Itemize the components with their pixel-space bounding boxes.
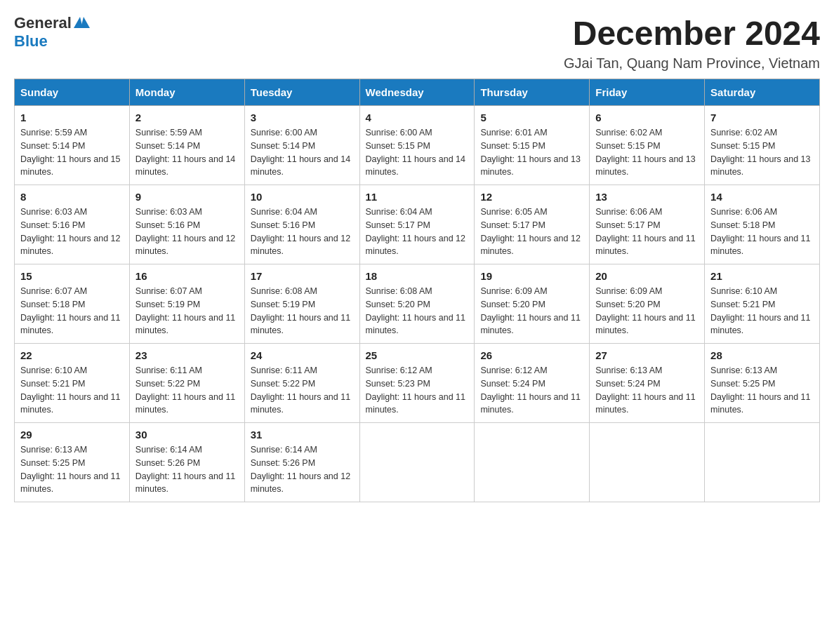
day-number: 3 (251, 112, 354, 123)
calendar-cell: 7Sunrise: 6:02 AMSunset: 5:15 PMDaylight… (705, 106, 820, 185)
calendar-cell: 22Sunrise: 6:10 AMSunset: 5:21 PMDayligh… (15, 344, 130, 423)
day-number: 5 (480, 112, 583, 123)
day-number: 11 (366, 191, 469, 203)
calendar-cell: 15Sunrise: 6:07 AMSunset: 5:18 PMDayligh… (15, 264, 130, 344)
calendar-cell: 3Sunrise: 6:00 AMSunset: 5:14 PMDaylight… (244, 106, 359, 185)
calendar-cell: 29Sunrise: 6:13 AMSunset: 5:25 PMDayligh… (15, 423, 130, 502)
day-info: Sunrise: 6:00 AMSunset: 5:15 PMDaylight:… (366, 126, 469, 179)
calendar-cell: 9Sunrise: 6:03 AMSunset: 5:16 PMDaylight… (129, 185, 244, 264)
calendar-cell: 31Sunrise: 6:14 AMSunset: 5:26 PMDayligh… (244, 423, 359, 502)
day-info: Sunrise: 6:06 AMSunset: 5:18 PMDaylight:… (710, 206, 814, 258)
day-info: Sunrise: 5:59 AMSunset: 5:14 PMDaylight:… (20, 126, 124, 179)
day-header-sunday: Sunday (15, 79, 130, 106)
calendar-cell: 8Sunrise: 6:03 AMSunset: 5:16 PMDaylight… (15, 185, 130, 264)
day-number: 19 (480, 270, 583, 282)
day-info: Sunrise: 6:14 AMSunset: 5:26 PMDaylight:… (135, 443, 239, 496)
day-number: 22 (20, 349, 124, 361)
day-number: 12 (480, 191, 583, 203)
day-info: Sunrise: 6:08 AMSunset: 5:19 PMDaylight:… (251, 285, 354, 337)
calendar-cell (475, 423, 590, 502)
day-header-saturday: Saturday (705, 79, 820, 106)
calendar-body: 1Sunrise: 5:59 AMSunset: 5:14 PMDaylight… (15, 106, 820, 502)
day-info: Sunrise: 6:02 AMSunset: 5:15 PMDaylight:… (595, 126, 699, 179)
calendar-cell: 19Sunrise: 6:09 AMSunset: 5:20 PMDayligh… (475, 264, 590, 344)
day-info: Sunrise: 6:10 AMSunset: 5:21 PMDaylight:… (20, 364, 124, 417)
day-number: 18 (366, 270, 469, 282)
calendar-cell: 20Sunrise: 6:09 AMSunset: 5:20 PMDayligh… (590, 264, 705, 344)
day-number: 24 (251, 349, 354, 361)
page-title: December 2024 (564, 14, 820, 53)
day-header-wednesday: Wednesday (359, 79, 475, 106)
calendar-cell: 5Sunrise: 6:01 AMSunset: 5:15 PMDaylight… (475, 106, 590, 185)
day-number: 25 (366, 349, 469, 361)
day-info: Sunrise: 6:09 AMSunset: 5:20 PMDaylight:… (480, 285, 583, 337)
calendar-cell: 17Sunrise: 6:08 AMSunset: 5:19 PMDayligh… (244, 264, 359, 344)
calendar-cell: 30Sunrise: 6:14 AMSunset: 5:26 PMDayligh… (129, 423, 244, 502)
calendar-cell (359, 423, 475, 502)
calendar-cell: 28Sunrise: 6:13 AMSunset: 5:25 PMDayligh… (705, 344, 820, 423)
calendar-cell: 2Sunrise: 5:59 AMSunset: 5:14 PMDaylight… (129, 106, 244, 185)
calendar-cell: 21Sunrise: 6:10 AMSunset: 5:21 PMDayligh… (705, 264, 820, 344)
calendar-week-3: 15Sunrise: 6:07 AMSunset: 5:18 PMDayligh… (15, 264, 820, 344)
day-info: Sunrise: 6:07 AMSunset: 5:18 PMDaylight:… (20, 285, 124, 337)
day-info: Sunrise: 6:13 AMSunset: 5:25 PMDaylight:… (710, 364, 814, 417)
days-of-week-row: SundayMondayTuesdayWednesdayThursdayFrid… (15, 79, 820, 106)
day-info: Sunrise: 6:14 AMSunset: 5:26 PMDaylight:… (251, 443, 354, 496)
day-number: 14 (710, 191, 814, 203)
day-number: 4 (366, 112, 469, 123)
day-number: 7 (710, 112, 814, 123)
day-number: 9 (135, 191, 239, 203)
calendar-cell: 1Sunrise: 5:59 AMSunset: 5:14 PMDaylight… (15, 106, 130, 185)
logo: General Blue (14, 14, 90, 51)
day-info: Sunrise: 6:07 AMSunset: 5:19 PMDaylight:… (135, 285, 239, 337)
day-number: 23 (135, 349, 239, 361)
day-info: Sunrise: 6:01 AMSunset: 5:15 PMDaylight:… (480, 126, 583, 179)
day-number: 30 (135, 429, 239, 441)
day-number: 26 (480, 349, 583, 361)
calendar-cell: 13Sunrise: 6:06 AMSunset: 5:17 PMDayligh… (590, 185, 705, 264)
day-number: 15 (20, 270, 124, 282)
day-info: Sunrise: 5:59 AMSunset: 5:14 PMDaylight:… (135, 126, 239, 179)
calendar-cell: 11Sunrise: 6:04 AMSunset: 5:17 PMDayligh… (359, 185, 475, 264)
calendar-week-5: 29Sunrise: 6:13 AMSunset: 5:25 PMDayligh… (15, 423, 820, 502)
location-subtitle: GJai Tan, Quang Nam Province, Vietnam (564, 55, 820, 72)
calendar-week-1: 1Sunrise: 5:59 AMSunset: 5:14 PMDaylight… (15, 106, 820, 185)
day-header-tuesday: Tuesday (244, 79, 359, 106)
day-info: Sunrise: 6:13 AMSunset: 5:25 PMDaylight:… (20, 443, 124, 496)
logo-general-text: General (14, 14, 72, 32)
day-info: Sunrise: 6:04 AMSunset: 5:16 PMDaylight:… (251, 206, 354, 258)
day-info: Sunrise: 6:10 AMSunset: 5:21 PMDaylight:… (710, 285, 814, 337)
day-info: Sunrise: 6:03 AMSunset: 5:16 PMDaylight:… (135, 206, 239, 258)
day-number: 2 (135, 112, 239, 123)
page-header: General Blue December 2024 GJai Tan, Qua… (14, 14, 820, 72)
day-number: 10 (251, 191, 354, 203)
day-number: 8 (20, 191, 124, 203)
calendar-cell: 27Sunrise: 6:13 AMSunset: 5:24 PMDayligh… (590, 344, 705, 423)
logo-triangles-icon (74, 17, 90, 28)
day-info: Sunrise: 6:11 AMSunset: 5:22 PMDaylight:… (135, 364, 239, 417)
calendar-cell: 16Sunrise: 6:07 AMSunset: 5:19 PMDayligh… (129, 264, 244, 344)
day-info: Sunrise: 6:12 AMSunset: 5:24 PMDaylight:… (480, 364, 583, 417)
calendar-cell: 23Sunrise: 6:11 AMSunset: 5:22 PMDayligh… (129, 344, 244, 423)
day-number: 20 (595, 270, 699, 282)
day-number: 17 (251, 270, 354, 282)
day-number: 21 (710, 270, 814, 282)
day-number: 13 (595, 191, 699, 203)
calendar-cell: 4Sunrise: 6:00 AMSunset: 5:15 PMDaylight… (359, 106, 475, 185)
day-info: Sunrise: 6:09 AMSunset: 5:20 PMDaylight:… (595, 285, 699, 337)
day-header-monday: Monday (129, 79, 244, 106)
day-number: 6 (595, 112, 699, 123)
day-info: Sunrise: 6:02 AMSunset: 5:15 PMDaylight:… (710, 126, 814, 179)
day-number: 29 (20, 429, 124, 441)
day-info: Sunrise: 6:13 AMSunset: 5:24 PMDaylight:… (595, 364, 699, 417)
day-info: Sunrise: 6:00 AMSunset: 5:14 PMDaylight:… (251, 126, 354, 179)
day-info: Sunrise: 6:04 AMSunset: 5:17 PMDaylight:… (366, 206, 469, 258)
calendar-cell: 25Sunrise: 6:12 AMSunset: 5:23 PMDayligh… (359, 344, 475, 423)
day-info: Sunrise: 6:06 AMSunset: 5:17 PMDaylight:… (595, 206, 699, 258)
day-info: Sunrise: 6:12 AMSunset: 5:23 PMDaylight:… (366, 364, 469, 417)
calendar-week-4: 22Sunrise: 6:10 AMSunset: 5:21 PMDayligh… (15, 344, 820, 423)
day-number: 16 (135, 270, 239, 282)
day-number: 27 (595, 349, 699, 361)
calendar-cell: 18Sunrise: 6:08 AMSunset: 5:20 PMDayligh… (359, 264, 475, 344)
title-section: December 2024 GJai Tan, Quang Nam Provin… (564, 14, 820, 72)
